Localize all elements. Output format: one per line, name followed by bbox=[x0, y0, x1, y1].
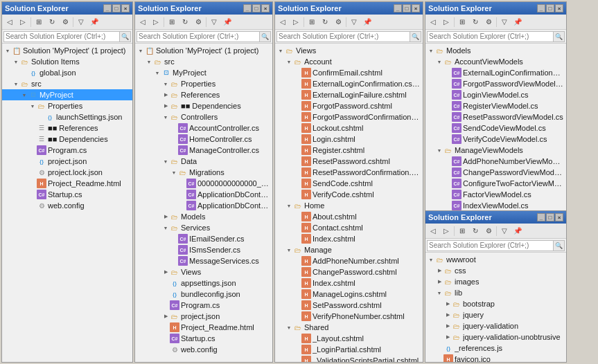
filter-btn[interactable]: ▽ bbox=[348, 16, 360, 28]
properties-btn[interactable]: ⊞ bbox=[306, 16, 318, 28]
tree-item[interactable]: H_LoginPartial.cshtml bbox=[275, 344, 423, 355]
tree-item[interactable]: C#LoginViewModel.cs bbox=[425, 89, 566, 100]
tree-item[interactable]: ▼⊡MyProject bbox=[135, 67, 272, 78]
pin-btn[interactable]: 📌 bbox=[88, 16, 100, 28]
tree-item[interactable]: C#Startup.cs bbox=[135, 333, 272, 344]
search-input[interactable] bbox=[427, 31, 554, 42]
tree-item[interactable]: HIndex.cshtml bbox=[275, 277, 423, 289]
maximize-btn[interactable]: □ bbox=[403, 4, 411, 12]
refresh-btn[interactable]: ↻ bbox=[179, 16, 191, 28]
tree-item[interactable]: ▶🗁References bbox=[135, 89, 272, 100]
tree-item[interactable]: ▼🗁Properties bbox=[135, 78, 272, 89]
tree-item[interactable]: C#VerifyCodeViewModel.cs bbox=[425, 134, 566, 145]
properties-btn[interactable]: ⊞ bbox=[166, 16, 178, 28]
tree-item[interactable]: HProject_Readme.html bbox=[135, 322, 272, 333]
search-input[interactable] bbox=[427, 240, 554, 251]
tree-item[interactable]: {}project.json bbox=[2, 156, 132, 167]
tree-item[interactable]: HAbout.cshtml bbox=[275, 211, 423, 222]
tree-item[interactable]: ▼🗁Account bbox=[275, 56, 423, 67]
tree-item[interactable]: ▼🗁Properties bbox=[2, 100, 132, 111]
tree-item[interactable]: HResetPasswordConfirmation.cshtml bbox=[275, 167, 423, 178]
tree-item[interactable]: HProject_Readme.html bbox=[2, 178, 132, 189]
tree-item[interactable]: {}launchSettings.json bbox=[2, 111, 132, 122]
tree-item[interactable]: ▶🗁bootstrap bbox=[425, 298, 566, 309]
tree-item[interactable]: ▶🗁css bbox=[425, 265, 566, 276]
tree-item[interactable]: ▼🗁AccountViewModels bbox=[425, 56, 566, 67]
minimize-btn[interactable]: _ bbox=[243, 4, 252, 12]
tree-item[interactable]: C#00000000000000_CreateIdentitySc bbox=[135, 178, 272, 189]
tree-item[interactable]: H_Layout.cshtml bbox=[275, 333, 423, 344]
tree-item[interactable]: C#Program.cs bbox=[2, 145, 132, 156]
tree-item[interactable]: C#ISmsSender.cs bbox=[135, 244, 272, 255]
tree-item[interactable]: ▼🗁Home bbox=[275, 200, 423, 211]
maximize-btn[interactable]: □ bbox=[546, 213, 554, 221]
filter-btn[interactable]: ▽ bbox=[75, 16, 87, 28]
tree-item[interactable]: ⚙project.lock.json bbox=[2, 167, 132, 178]
tree-item[interactable]: ▼🗁Data bbox=[135, 156, 272, 167]
tree-item[interactable]: {}global.json bbox=[2, 67, 132, 78]
search-button[interactable]: 🔍 bbox=[554, 240, 565, 251]
search-button[interactable]: 🔍 bbox=[260, 31, 271, 42]
tree-item[interactable]: C#HomeController.cs bbox=[135, 134, 272, 145]
close-btn[interactable]: × bbox=[555, 213, 563, 221]
tree-item[interactable]: ▼🗁Services bbox=[135, 222, 272, 233]
tree-item[interactable]: HExternalLoginConfirmation.cshtml bbox=[275, 78, 423, 89]
tree-item[interactable]: ▼🗁src bbox=[135, 56, 272, 67]
back-btn[interactable]: ◁ bbox=[137, 16, 149, 28]
tree-item[interactable]: C#ApplicationDbContextModelSnap bbox=[135, 189, 272, 200]
minimize-btn[interactable]: _ bbox=[103, 4, 112, 12]
tree-item[interactable]: C#AccountController.cs bbox=[135, 122, 272, 134]
back-btn[interactable]: ◁ bbox=[427, 16, 439, 28]
tree-item[interactable]: ⚙web.config bbox=[135, 344, 272, 355]
tree-item[interactable]: ▼🗁Migrations bbox=[135, 167, 272, 178]
tree-item[interactable]: ☰■■ References bbox=[2, 122, 132, 134]
tree-item[interactable]: C#ApplicationDbContext.cs bbox=[135, 200, 272, 211]
tree-item[interactable]: C#IndexViewModel.cs bbox=[425, 200, 566, 211]
tree-item[interactable]: ▶🗁jquery-validation bbox=[425, 320, 566, 331]
tree-item[interactable]: C#ChangePasswordViewModel.cs bbox=[425, 167, 566, 178]
tree-item[interactable]: C#IEmailSender.cs bbox=[135, 233, 272, 244]
tree-item[interactable]: C#ForgotPasswordViewModel.cs bbox=[425, 78, 566, 89]
tree-item[interactable]: C#FactorViewModel.cs bbox=[425, 189, 566, 200]
tree-item[interactable]: HSetPassword.cshtml bbox=[275, 300, 423, 311]
tree-item[interactable]: ▼🗁lib bbox=[425, 287, 566, 298]
tree-item[interactable]: ▼📋Solution 'MyProject' (1 project) bbox=[2, 45, 132, 56]
tree-item[interactable]: ▼📋Solution 'MyProject' (1 project) bbox=[135, 45, 272, 56]
tree-item[interactable]: H_ValidationScriptsPartial.cshtml bbox=[275, 355, 423, 362]
settings-btn[interactable]: ⚙ bbox=[482, 16, 495, 28]
pin-btn[interactable]: 📌 bbox=[361, 16, 373, 28]
tree-item[interactable]: HExternalLoginFailure.cshtml bbox=[275, 89, 423, 100]
tree-item[interactable]: HSendCode.cshtml bbox=[275, 178, 423, 189]
filter-btn[interactable]: ▽ bbox=[498, 16, 511, 28]
tree-item[interactable]: ⚙web.config bbox=[2, 200, 132, 211]
search-input[interactable] bbox=[276, 31, 410, 42]
tree-item[interactable]: ▶🗁Views bbox=[135, 266, 272, 277]
settings-btn[interactable]: ⚙ bbox=[332, 16, 344, 28]
close-btn[interactable]: × bbox=[555, 4, 563, 12]
tree-item[interactable]: {}appsettings.json bbox=[135, 277, 272, 289]
tree-item[interactable]: C#MessageServices.cs bbox=[135, 255, 272, 266]
filter-btn[interactable]: ▽ bbox=[208, 16, 220, 28]
tree-item[interactable]: C#SendCodeViewModel.cs bbox=[425, 122, 566, 134]
tree-item[interactable]: {}bundleconfig.json bbox=[135, 289, 272, 300]
maximize-btn[interactable]: □ bbox=[112, 4, 121, 12]
back-btn[interactable]: ◁ bbox=[276, 16, 289, 28]
tree-item[interactable]: Hfavicon.ico bbox=[425, 354, 566, 362]
forward-btn[interactable]: ▷ bbox=[290, 16, 302, 28]
tree-item[interactable]: ▼🗁src bbox=[2, 78, 132, 89]
maximize-btn[interactable]: □ bbox=[546, 4, 554, 12]
tree-item[interactable]: ▼🗁Solution Items bbox=[2, 56, 132, 67]
tree-item[interactable]: C#RegisterViewModel.cs bbox=[425, 100, 566, 111]
pin-btn[interactable]: 📌 bbox=[221, 16, 234, 28]
tree-item[interactable]: HRegister.cshtml bbox=[275, 145, 423, 156]
tree-item[interactable]: ▼🗁wwwroot bbox=[425, 254, 566, 265]
tree-item[interactable]: HVerifyPhoneNumber.cshtml bbox=[275, 311, 423, 322]
minimize-btn[interactable]: _ bbox=[537, 4, 545, 12]
tree-item[interactable]: HChangePassword.cshtml bbox=[275, 266, 423, 277]
properties-btn[interactable]: ⊞ bbox=[456, 16, 468, 28]
forward-btn[interactable]: ▷ bbox=[17, 16, 29, 28]
close-btn[interactable]: × bbox=[121, 4, 130, 12]
minimize-btn[interactable]: _ bbox=[537, 213, 545, 221]
tree-item[interactable]: C#ExternalLoginConfirmationViewModel.cs bbox=[425, 67, 566, 78]
forward-btn[interactable]: ▷ bbox=[440, 225, 452, 237]
